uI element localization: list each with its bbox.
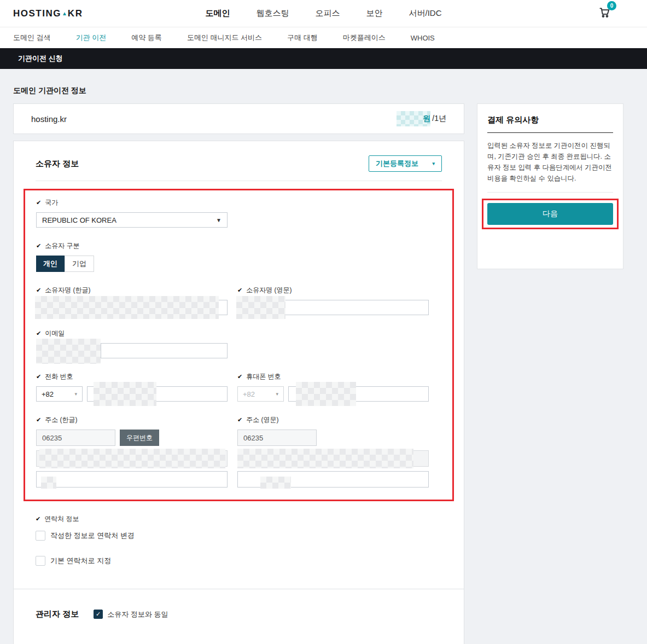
redacted-addr-ko-1: [39, 449, 225, 468]
email-field-group: ✔ 이메일: [36, 329, 441, 358]
name-en-label-text: 소유자명 (영문): [246, 286, 292, 295]
name-ko-label: ✔ 소유자명 (한글): [36, 286, 228, 295]
addr-en-label: ✔ 주소 (영문): [237, 415, 429, 425]
price-term: /1년: [432, 114, 446, 124]
redacted-addr-ko-2: [41, 477, 56, 489]
phone-field-group: ✔ 전화 번호 +82 ▾: [36, 372, 441, 402]
phone-country-code-select[interactable]: +82 ▾: [36, 386, 83, 402]
country-select[interactable]: REPUBLIC OF KOREA ▼: [36, 212, 228, 228]
owner-type-field-group: ✔ 소유자 구분 개인 기업: [36, 241, 441, 272]
top-header: HOSTING▲KR 도메인 웹호스팅 오피스 보안 서버/IDC 0: [0, 0, 647, 27]
default-contact-checkbox[interactable]: [36, 556, 45, 566]
name-ko-label-text: 소유자명 (한글): [45, 286, 90, 295]
admin-info-title: 관리자 정보: [36, 609, 79, 619]
contact-info-section: ✔ 연락처 정보 작성한 정보로 연락처 변경 기본 연락처로 지정: [36, 514, 442, 589]
addr-en-line1-wrap: [237, 450, 429, 467]
nav-server-idc[interactable]: 서버/IDC: [409, 8, 442, 19]
mobile-country-code-select[interactable]: +82 ▾: [237, 386, 284, 402]
admin-info-section: 관리자 정보 ✓ 소유자 정보와 동일: [36, 589, 442, 644]
tab-company[interactable]: 기업: [65, 256, 94, 272]
subnav-managed-service[interactable]: 도메인 매니지드 서비스: [187, 33, 262, 43]
check-icon: ✔: [237, 373, 242, 380]
same-as-owner-checkbox[interactable]: ✓: [94, 610, 103, 619]
same-as-owner-label: 소유자 정보와 동일: [107, 610, 168, 619]
redacted-addr-en-1: [237, 449, 413, 468]
check-icon: ✔: [36, 373, 41, 380]
domain-price: 원 /1년: [397, 111, 446, 126]
name-en-label: ✔ 소유자명 (영문): [237, 286, 429, 295]
check-icon: ✔: [237, 416, 242, 423]
default-contact-row: 기본 연락처로 지정: [36, 556, 442, 589]
nav-webhosting[interactable]: 웹호스팅: [257, 8, 289, 19]
mobile-col: ✔ 휴대폰 번호 +82 ▾: [237, 372, 429, 402]
addr-ko-line2-input[interactable]: [36, 471, 228, 488]
check-icon: ✔: [36, 199, 41, 206]
address-field-group: ✔ 주소 (한글) 우편번호 ✔: [36, 415, 441, 488]
caret-down-icon: ▾: [74, 391, 77, 397]
caret-down-icon: ▼: [216, 217, 222, 223]
subnav-registrar-transfer[interactable]: 기관 이전: [76, 33, 107, 43]
payment-notice-title: 결제 유의사항: [487, 115, 613, 133]
cart-button[interactable]: 0: [598, 6, 611, 21]
country-field-group: ✔ 국가 REPUBLIC OF KOREA ▼: [36, 198, 441, 228]
cart-icon: [598, 11, 611, 20]
annotation-red-box: ✔ 국가 REPUBLIC OF KOREA ▼ ✔ 소유자 구분: [24, 189, 454, 501]
change-contact-row: 작성한 정보로 연락처 변경: [36, 531, 442, 541]
caret-down-icon: ▾: [276, 391, 278, 397]
subnav-whois[interactable]: WHOIS: [411, 34, 435, 42]
change-contact-label: 작성한 정보로 연락처 변경: [50, 531, 135, 541]
page-title-bar: 기관이전 신청: [0, 48, 647, 69]
check-icon: ✔: [36, 242, 41, 250]
addr-ko-label-text: 주소 (한글): [45, 415, 77, 425]
check-icon: ✔: [36, 416, 41, 423]
default-contact-label: 기본 연락처로 지정: [50, 556, 111, 566]
main-nav: 도메인 웹호스팅 오피스 보안 서버/IDC: [0, 8, 647, 19]
check-icon: ✔: [36, 330, 41, 337]
phone-code-value: +82: [42, 390, 54, 398]
redacted-mobile: [296, 382, 356, 406]
contact-info-label: ✔ 연락처 정보: [36, 514, 442, 524]
section-title: 도메인 기관이전 정보: [13, 69, 634, 103]
preset-info-dropdown[interactable]: 기본등록정보 ▾: [369, 155, 442, 172]
next-button[interactable]: 다음: [487, 203, 613, 225]
zip-en-input[interactable]: [237, 430, 317, 446]
addr-en-col: ✔ 주소 (영문): [237, 415, 429, 446]
check-icon: ✔: [36, 287, 41, 294]
subnav-marketplace[interactable]: 마켓플레이스: [343, 33, 386, 43]
addr-en-label-text: 주소 (영문): [246, 415, 278, 425]
zip-ko-input[interactable]: [36, 430, 115, 446]
subnav-domain-search[interactable]: 도메인 검색: [13, 33, 51, 43]
divider: [487, 192, 613, 193]
email-input[interactable]: [101, 343, 228, 358]
addr-ko-line1-wrap: [36, 450, 228, 467]
nav-office[interactable]: 오피스: [316, 8, 340, 19]
subnav-purchase-agency[interactable]: 구매 대행: [287, 33, 318, 43]
owner-name-field-group: ✔ 소유자명 (한글) ✔: [36, 286, 441, 315]
addr-en-line2-wrap: [237, 471, 429, 488]
owner-info-card: 소유자 정보 기본등록정보 ▾ ✔ 국가: [13, 141, 464, 644]
subnav-reserve-registration[interactable]: 예약 등록: [131, 33, 162, 43]
price-unit: 원: [423, 114, 430, 124]
country-label-text: 국가: [45, 198, 58, 207]
country-selected-value: REPUBLIC OF KOREA: [42, 216, 116, 224]
check-icon: ✔: [237, 287, 242, 294]
divider: [36, 181, 442, 181]
nav-domain[interactable]: 도메인: [206, 8, 230, 19]
owner-type-tabs: 개인 기업: [36, 256, 441, 272]
contact-info-label-text: 연락처 정보: [44, 514, 79, 524]
owner-info-title: 소유자 정보: [36, 159, 79, 169]
postal-code-button[interactable]: 우편번호: [120, 430, 159, 446]
redacted-email: [36, 339, 101, 364]
main-column: hosting.kr 원 /1년 소유자 정보 기본등록정보 ▾: [13, 103, 464, 644]
email-label-text: 이메일: [45, 329, 65, 338]
mobile-code-value: +82: [243, 390, 255, 398]
owner-type-label: ✔ 소유자 구분: [36, 241, 441, 251]
country-label: ✔ 국가: [36, 198, 441, 207]
phone-col: ✔ 전화 번호 +82 ▾: [36, 372, 228, 402]
change-contact-checkbox[interactable]: [36, 531, 45, 541]
addr-ko-col: ✔ 주소 (한글) 우편번호: [36, 415, 228, 446]
payment-notice-text: 입력된 소유자 정보로 기관이전이 진행되며, 기존기관 승인 후 최종 완료됩…: [487, 140, 613, 184]
tab-personal[interactable]: 개인: [36, 256, 65, 272]
nav-security[interactable]: 보안: [366, 8, 383, 19]
domain-name: hosting.kr: [31, 114, 67, 124]
